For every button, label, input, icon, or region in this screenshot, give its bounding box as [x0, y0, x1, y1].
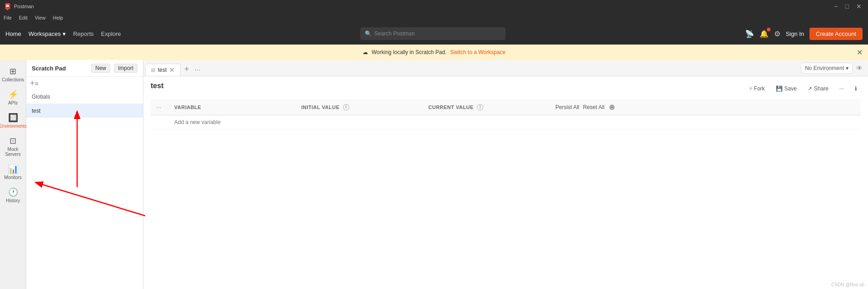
env-toolbar: ⑂ Fork 💾 Save ↗ Share ··· ℹ: [745, 84, 861, 94]
env-panel-title: Scratch Pad: [32, 65, 66, 72]
nav-bar: Home Workspaces ▾ Reports Explore 🔍 📡 🔔 …: [0, 23, 868, 45]
menu-help[interactable]: Help: [53, 15, 63, 20]
close-button[interactable]: ✕: [853, 2, 864, 11]
maximize-button[interactable]: □: [843, 2, 852, 11]
save-icon: 💾: [776, 85, 783, 92]
globals-item[interactable]: Globals: [26, 90, 143, 104]
env-eye-button[interactable]: 👁: [856, 65, 863, 72]
sign-in-button[interactable]: Sign In: [786, 30, 804, 37]
title-bar-left: 📮 Postman: [4, 3, 34, 10]
add-tab-button[interactable]: +: [181, 65, 193, 74]
sidebar-item-mock-servers[interactable]: ⊡ Mock Servers: [1, 133, 25, 159]
info-icon: ℹ: [855, 85, 857, 92]
menu-file[interactable]: File: [4, 15, 12, 20]
search-icon: 🔍: [365, 30, 372, 37]
more-options-button[interactable]: ···: [836, 84, 848, 94]
fork-button[interactable]: ⑂ Fork: [745, 84, 769, 94]
nav-workspaces[interactable]: Workspaces ▾: [29, 30, 66, 37]
col-current-header: CURRENT VALUE i: [423, 99, 550, 115]
nav-left: Home Workspaces ▾ Reports Explore: [5, 30, 121, 37]
sidebar-item-history[interactable]: 🕐 History: [1, 184, 25, 206]
monitors-icon: 📊: [8, 164, 18, 174]
sidebar-item-apis[interactable]: ⚡ APIs: [1, 87, 25, 108]
test-env-item[interactable]: test: [26, 104, 143, 118]
tab-label: test: [158, 67, 167, 73]
share-icon: ↗: [808, 85, 812, 92]
search-input-wrap: 🔍: [360, 27, 505, 40]
table-actions-icon[interactable]: ⊕: [608, 102, 616, 112]
banner-switch-link[interactable]: Switch to a Workspace: [450, 49, 505, 55]
satellite-icon: 📡: [745, 30, 754, 38]
banner-close-button[interactable]: ✕: [857, 48, 863, 57]
chevron-down-icon: ▾: [63, 30, 66, 37]
save-button[interactable]: 💾 Save: [772, 84, 800, 94]
gear-icon: ⚙: [774, 30, 780, 38]
nav-reports[interactable]: Reports: [73, 30, 94, 37]
sidebar-item-mock-servers-label: Mock Servers: [3, 147, 23, 157]
vars-table: ··· VARIABLE INITIAL VALUE i CURRENT VAL…: [151, 99, 861, 130]
initial-info-icon[interactable]: i: [343, 104, 349, 110]
sidebar-item-monitors[interactable]: 📊 Monitors: [1, 161, 25, 183]
env-name-heading: test: [151, 82, 163, 90]
banner: ☁ Working locally in Scratch Pad. Switch…: [0, 45, 868, 60]
tab-test[interactable]: ⊟ test ✕: [145, 64, 181, 76]
env-selector[interactable]: No Environment ▾: [801, 63, 853, 74]
sidebar-item-collections[interactable]: ⊞ Collections: [1, 64, 25, 85]
info-button[interactable]: ℹ: [851, 84, 861, 94]
title-bar: 📮 Postman − □ ✕: [0, 0, 868, 13]
env-panel-header: Scratch Pad New Import: [26, 60, 143, 77]
add-variable-row: [151, 115, 861, 130]
app-icon: 📮: [4, 3, 11, 10]
persist-all-button[interactable]: Persist All: [555, 104, 579, 110]
share-button[interactable]: ↗ Share: [804, 84, 832, 94]
tab-env-icon: ⊟: [151, 67, 155, 73]
watermark: CSDN @Roo.xb: [831, 282, 864, 287]
window-controls: − □ ✕: [831, 2, 864, 11]
sort-env-button[interactable]: ≡: [35, 80, 39, 87]
import-button[interactable]: Import: [114, 64, 137, 73]
menu-edit[interactable]: Edit: [19, 15, 28, 20]
test-env-label: test: [32, 108, 40, 114]
add-env-button[interactable]: +: [30, 79, 35, 88]
new-env-button[interactable]: New: [91, 64, 110, 73]
current-info-icon[interactable]: i: [477, 104, 483, 110]
sidebar-item-monitors-label: Monitors: [4, 175, 21, 180]
env-chevron-icon: ▾: [846, 65, 848, 71]
nav-explore[interactable]: Explore: [101, 30, 121, 37]
cloud-icon: ☁: [363, 49, 368, 55]
environments-icon: 🔲: [8, 113, 18, 123]
collections-icon: ⊞: [10, 66, 16, 76]
env-selector-bar: No Environment ▾ 👁: [795, 60, 868, 76]
env-panel-actions: New Import: [91, 64, 137, 73]
tab-content: test ⑂ Fork 💾 Save ↗ Share ··: [143, 76, 868, 289]
col-initial-header: INITIAL VALUE i: [296, 99, 423, 115]
mock-servers-icon: ⊡: [10, 136, 16, 146]
sidebar-item-apis-label: APIs: [8, 100, 18, 105]
fork-icon: ⑂: [749, 85, 752, 92]
globals-label: Globals: [32, 94, 50, 100]
sidebar-item-environments[interactable]: 🔲 Environments: [1, 110, 25, 131]
icon-sidebar: ⊞ Collections ⚡ APIs 🔲 Environments ⊡ Mo…: [0, 60, 26, 289]
tab-more-button[interactable]: ···: [193, 66, 202, 74]
menu-view[interactable]: View: [35, 15, 46, 20]
search-input[interactable]: [374, 30, 501, 37]
minimize-button[interactable]: −: [831, 2, 840, 11]
banner-text: Working locally in Scratch Pad.: [372, 49, 446, 55]
env-panel: Scratch Pad New Import + ≡ Globals test: [26, 60, 143, 289]
apis-icon: ⚡: [8, 90, 18, 100]
create-account-button[interactable]: Create Account: [809, 28, 863, 40]
nav-home[interactable]: Home: [5, 30, 21, 37]
settings-icon-button[interactable]: ⚙: [774, 30, 780, 38]
content-area: ⊟ test ✕ + ··· test ⑂ Fork 💾 Save: [143, 60, 868, 289]
sidebar-item-environments-label: Environments: [0, 124, 27, 129]
sidebar-item-collections-label: Collections: [2, 77, 24, 82]
bell-icon-button[interactable]: 🔔: [760, 30, 769, 38]
table-more-button[interactable]: ···: [156, 104, 162, 111]
history-icon: 🕐: [8, 187, 18, 197]
reset-all-button[interactable]: Reset All: [583, 104, 604, 110]
tab-close-button[interactable]: ✕: [169, 67, 175, 73]
satellite-icon-button[interactable]: 📡: [745, 30, 754, 38]
search-bar: 🔍: [125, 27, 741, 40]
add-variable-input[interactable]: [174, 119, 290, 125]
main-area: ⊞ Collections ⚡ APIs 🔲 Environments ⊡ Mo…: [0, 60, 868, 289]
